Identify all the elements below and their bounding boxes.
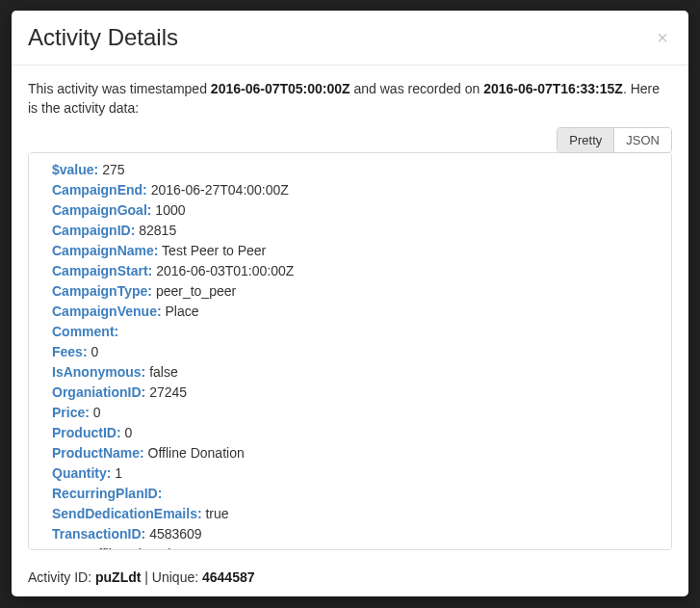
data-row: RecurringPlanID: [52, 484, 648, 504]
intro-mid: and was recorded on [350, 81, 484, 96]
data-value: 82815 [139, 223, 176, 238]
view-toggle-group: Pretty JSON [557, 127, 672, 153]
modal-header: Activity Details × [12, 11, 688, 66]
data-row: Price: 0 [52, 403, 648, 423]
data-row: TransactionID: 4583609 [52, 524, 648, 544]
activity-details-modal: Activity Details × This activity was tim… [12, 11, 688, 596]
data-key: Fees: [52, 344, 88, 359]
data-key: Type: [52, 546, 87, 550]
data-key: $value: [52, 162, 98, 177]
modal-body: This activity was timestamped 2016-06-07… [12, 66, 688, 560]
data-key: IsAnonymous: [52, 364, 145, 380]
toggle-pretty-button[interactable]: Pretty [557, 128, 613, 152]
data-row: IsAnonymous: false [52, 362, 648, 383]
data-key: Quantity: [52, 465, 111, 481]
modal-title: Activity Details [28, 24, 178, 51]
intro-text: This activity was timestamped 2016-06-07… [28, 79, 672, 119]
view-toggle-row: Pretty JSON [28, 126, 672, 152]
data-value: peer_to_peer [156, 283, 236, 299]
data-row: CampaignGoal: 1000 [52, 200, 648, 221]
data-key: ProductName: [52, 445, 144, 461]
footer-unique: 4644587 [202, 569, 255, 585]
data-row: CampaignID: 82815 [52, 221, 648, 241]
data-value: 27245 [149, 384, 187, 400]
toggle-json-button[interactable]: JSON [613, 128, 671, 152]
data-value: 1000 [155, 202, 185, 218]
intro-recorded: 2016-06-07T16:33:15Z [483, 81, 623, 96]
data-value: offline_donation [91, 546, 186, 550]
data-value: 4583609 [149, 526, 202, 542]
data-value: Place [165, 304, 198, 319]
data-row: Comment: [52, 322, 648, 342]
footer-activity-id: puZLdt [95, 569, 141, 585]
data-value: Offline Donation [148, 445, 245, 461]
footer-sep: | Unique: [141, 569, 202, 585]
data-key: Price: [52, 405, 90, 420]
data-row: CampaignEnd: 2016-06-27T04:00:00Z [52, 180, 648, 200]
data-row: Type: offline_donation [52, 544, 648, 550]
data-value: 0 [91, 344, 98, 359]
data-value: Test Peer to Peer [162, 243, 266, 258]
close-icon[interactable]: × [653, 26, 672, 49]
data-row: CampaignType: peer_to_peer [52, 281, 648, 302]
data-row: Fees: 0 [52, 342, 648, 362]
data-value: 2016-06-27T04:00:00Z [151, 182, 289, 198]
data-row: SendDedicationEmails: true [52, 504, 648, 524]
data-key: OrganiationID: [52, 384, 145, 400]
data-value: 275 [102, 162, 124, 177]
footer-label: Activity ID: [28, 569, 95, 585]
data-key: CampaignName: [52, 243, 158, 258]
data-row: CampaignStart: 2016-06-03T01:00:00Z [52, 261, 648, 281]
data-key: Comment: [52, 324, 118, 339]
data-row: ProductName: Offline Donation [52, 443, 648, 463]
data-key: ProductID: [52, 425, 121, 440]
data-key: CampaignVenue: [52, 304, 162, 319]
data-value: 1 [115, 465, 122, 481]
data-key: SendDedicationEmails: [52, 506, 202, 521]
data-value: 0 [93, 405, 101, 420]
data-row: CampaignName: Test Peer to Peer [52, 241, 648, 261]
data-value: 0 [124, 425, 132, 440]
data-row: CampaignVenue: Place [52, 302, 648, 322]
data-key: RecurringPlanID: [52, 486, 162, 501]
data-row: $value: 275 [52, 160, 648, 180]
data-row: OrganiationID: 27245 [52, 383, 648, 403]
data-value: false [149, 364, 178, 380]
modal-footer: Activity ID: puZLdt | Unique: 4644587 [12, 560, 688, 596]
intro-prefix: This activity was timestamped [28, 81, 211, 96]
data-row: ProductID: 0 [52, 423, 648, 443]
data-key: CampaignEnd: [52, 182, 147, 198]
activity-data-box[interactable]: $value: 275CampaignEnd: 2016-06-27T04:00… [28, 152, 672, 550]
data-key: CampaignType: [52, 283, 152, 299]
data-key: CampaignID: [52, 223, 135, 238]
data-value: true [205, 506, 228, 521]
data-value: 2016-06-03T01:00:00Z [156, 263, 294, 278]
data-key: CampaignGoal: [52, 202, 151, 218]
data-row: Quantity: 1 [52, 463, 648, 484]
intro-timestamp: 2016-06-07T05:00:00Z [211, 81, 350, 96]
data-key: TransactionID: [52, 526, 145, 542]
data-key: CampaignStart: [52, 263, 152, 278]
